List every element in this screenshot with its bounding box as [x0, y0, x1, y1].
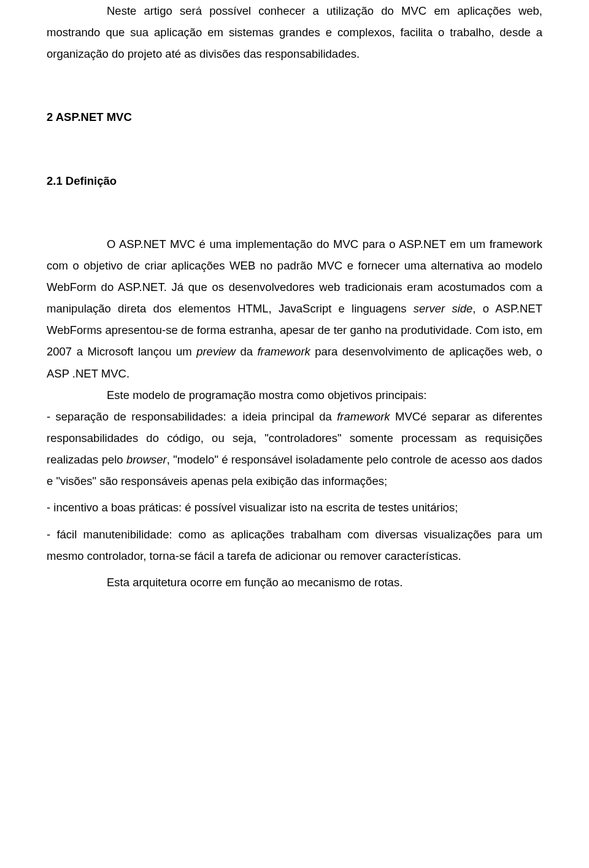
text-fragment: da: [236, 345, 258, 358]
objectives-intro-paragraph: Este modelo de programação mostra como o…: [47, 384, 542, 406]
italic-text: browser: [126, 453, 167, 466]
italic-text: framework: [337, 410, 390, 423]
heading-level-3: 2.1 Definição: [47, 170, 542, 192]
heading-level-2: 2 ASP.NET MVC: [47, 106, 542, 128]
italic-text: preview: [196, 345, 236, 358]
list-item: - fácil manutenibilidade: como as aplica…: [47, 524, 542, 567]
italic-text: server side: [414, 302, 473, 315]
list-item: - incentivo a boas práticas: é possível …: [47, 497, 542, 518]
intro-paragraph: Neste artigo será possível conhecer a ut…: [47, 0, 542, 64]
definition-paragraph: O ASP.NET MVC é uma implementação do MVC…: [47, 233, 542, 384]
italic-text: framework: [257, 345, 310, 358]
list-item: - separação de responsabilidades: a idei…: [47, 406, 542, 492]
spacer: [47, 64, 542, 106]
text-fragment: - separação de responsabilidades: a idei…: [47, 410, 337, 423]
conclusion-paragraph: Esta arquitetura ocorre em função ao mec…: [47, 572, 542, 593]
spacer: [47, 128, 542, 170]
spacer: [47, 192, 542, 233]
